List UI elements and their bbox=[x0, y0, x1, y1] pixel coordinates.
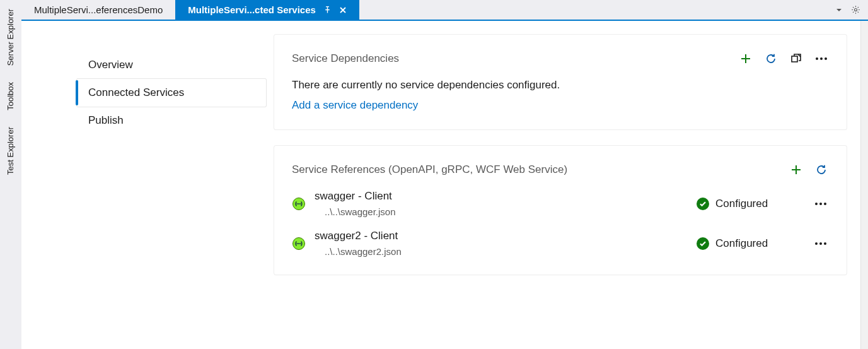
reference-list: swagger - Client ..\..\swagger.json Conf… bbox=[292, 190, 829, 257]
doc-tab-label: MultipleServi...cted Services bbox=[188, 4, 316, 15]
refresh-icon[interactable] bbox=[763, 51, 778, 66]
status-text: Configured bbox=[715, 198, 768, 210]
refresh-icon[interactable] bbox=[814, 162, 829, 177]
svg-point-15 bbox=[299, 243, 301, 244]
references-card: Service References (OpenAPI, gRPC, WCF W… bbox=[274, 146, 847, 275]
check-icon bbox=[697, 198, 709, 210]
swagger-icon bbox=[292, 237, 306, 251]
scrollbar-rail[interactable] bbox=[860, 21, 868, 349]
svg-point-14 bbox=[298, 243, 299, 244]
more-icon[interactable] bbox=[814, 51, 829, 66]
references-actions bbox=[789, 162, 829, 177]
reference-path: ..\..\swagger.json bbox=[315, 206, 688, 217]
document-tab-bar: MultipleServi...eferencesDemo MultipleSe… bbox=[21, 0, 868, 21]
svg-point-8 bbox=[299, 203, 301, 204]
add-dependency-plus-icon[interactable] bbox=[738, 51, 753, 66]
dependencies-title: Service Dependencies bbox=[292, 52, 399, 65]
add-reference-plus-icon[interactable] bbox=[789, 162, 804, 177]
dependencies-empty-text: There are currently no service dependenc… bbox=[292, 79, 829, 92]
nav-item-label: Overview bbox=[88, 59, 133, 71]
svg-point-11 bbox=[824, 203, 826, 205]
dependencies-actions bbox=[738, 51, 829, 66]
svg-point-0 bbox=[854, 9, 857, 11]
reference-status: Configured bbox=[697, 198, 804, 210]
reference-name: swagger2 - Client bbox=[315, 230, 688, 242]
tabbar-right-controls bbox=[834, 0, 868, 20]
references-title: Service References (OpenAPI, gRPC, WCF W… bbox=[292, 163, 567, 176]
svg-point-3 bbox=[820, 57, 823, 60]
more-icon[interactable] bbox=[813, 236, 829, 251]
dependencies-card: Service Dependencies bbox=[274, 35, 847, 129]
content-pane: Service Dependencies bbox=[270, 21, 860, 349]
nav-item-label: Connected Services bbox=[88, 86, 184, 99]
chevron-down-icon[interactable] bbox=[834, 5, 844, 15]
svg-point-9 bbox=[815, 203, 818, 205]
reference-name: swagger - Client bbox=[315, 190, 688, 203]
add-dependency-link[interactable]: Add a service dependency bbox=[292, 99, 829, 112]
nav-item-publish[interactable]: Publish bbox=[77, 107, 266, 134]
side-nav: Overview Connected Services Publish bbox=[21, 21, 270, 349]
nav-item-connected-services[interactable]: Connected Services bbox=[77, 79, 266, 107]
svg-point-6 bbox=[297, 203, 298, 204]
check-icon bbox=[697, 237, 709, 250]
reference-status: Configured bbox=[697, 237, 804, 250]
reference-row: swagger - Client ..\..\swagger.json Conf… bbox=[292, 190, 829, 217]
svg-point-16 bbox=[815, 242, 818, 245]
doc-tab-active[interactable]: MultipleServi...cted Services bbox=[175, 0, 359, 20]
pin-icon[interactable] bbox=[323, 6, 332, 14]
doc-tab-inactive[interactable]: MultipleServi...eferencesDemo bbox=[21, 0, 175, 20]
tool-tab-toolbox[interactable]: Toolbox bbox=[4, 78, 16, 114]
close-icon[interactable] bbox=[339, 6, 347, 14]
more-icon[interactable] bbox=[813, 196, 829, 211]
svg-point-13 bbox=[297, 243, 298, 244]
status-text: Configured bbox=[715, 237, 768, 250]
restore-icon[interactable] bbox=[789, 51, 804, 66]
svg-point-17 bbox=[819, 242, 822, 245]
nav-item-label: Publish bbox=[88, 114, 124, 127]
tool-tab-test-explorer[interactable]: Test Explorer bbox=[4, 123, 16, 179]
svg-point-10 bbox=[819, 203, 822, 205]
svg-point-18 bbox=[824, 242, 826, 245]
svg-point-2 bbox=[816, 57, 818, 60]
reference-path: ..\..\swagger2.json bbox=[315, 246, 688, 257]
tool-strip: Server Explorer Toolbox Test Explorer bbox=[0, 0, 21, 349]
doc-tab-label: MultipleServi...eferencesDemo bbox=[34, 4, 163, 15]
nav-item-overview[interactable]: Overview bbox=[77, 51, 266, 79]
svg-point-7 bbox=[298, 203, 299, 204]
gear-icon[interactable] bbox=[850, 5, 860, 15]
swagger-icon bbox=[292, 197, 306, 211]
reference-row: swagger2 - Client ..\..\swagger2.json Co… bbox=[292, 230, 829, 257]
svg-point-4 bbox=[825, 57, 827, 60]
svg-rect-1 bbox=[792, 56, 797, 62]
tool-tab-server-explorer[interactable]: Server Explorer bbox=[4, 5, 16, 69]
